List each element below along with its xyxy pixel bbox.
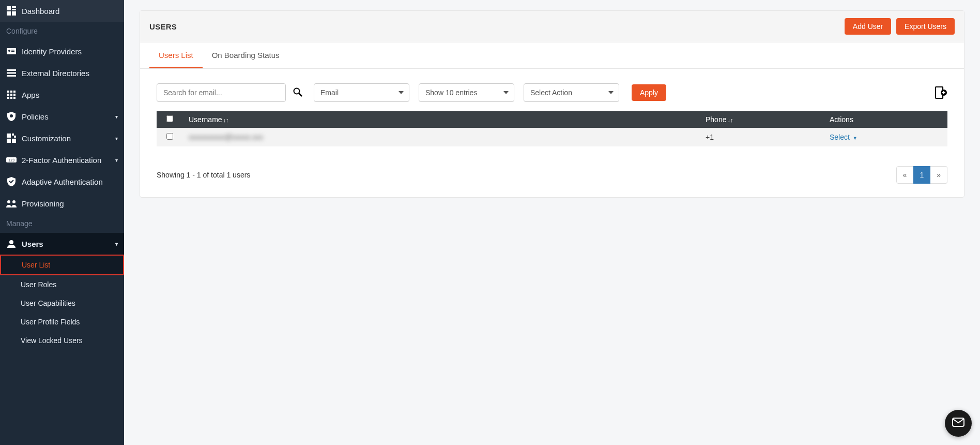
list-icon xyxy=(6,68,17,78)
svg-rect-1 xyxy=(12,6,16,8)
svg-rect-17 xyxy=(13,94,16,96)
sidebar-item-identity-providers[interactable]: Identity Providers xyxy=(0,40,124,62)
sidebar-subitem-user-profile-fields[interactable]: User Profile Fields xyxy=(0,313,124,331)
sidebar-item-label: Users xyxy=(22,240,43,248)
shield-icon xyxy=(6,111,17,122)
tab-users-list[interactable]: Users List xyxy=(149,42,203,68)
svg-point-31 xyxy=(9,240,13,244)
svg-rect-12 xyxy=(7,91,9,93)
export-users-button[interactable]: Export Users xyxy=(896,18,955,35)
page-prev[interactable]: « xyxy=(896,166,914,184)
add-page-icon[interactable] xyxy=(933,85,947,100)
table-header-row: Username↓↑ Phone↓↑ Actions xyxy=(157,111,947,128)
svg-point-29 xyxy=(7,200,10,203)
id-card-icon xyxy=(6,46,17,56)
svg-rect-0 xyxy=(7,6,11,10)
users-table: Username↓↑ Phone↓↑ Actions xyxy=(157,111,947,146)
page-next[interactable]: » xyxy=(930,166,947,184)
sidebar-item-label: Identity Providers xyxy=(22,47,82,56)
sidebar-item-adaptive-auth[interactable]: Adaptive Authentication xyxy=(0,171,124,192)
add-user-button[interactable]: Add User xyxy=(845,18,891,35)
search-wrap xyxy=(157,83,304,102)
sidebar-item-label: Apps xyxy=(22,91,39,99)
sidebar-item-dashboard[interactable]: Dashboard xyxy=(0,0,124,22)
sidebar-item-apps[interactable]: Apps xyxy=(0,84,124,106)
svg-rect-18 xyxy=(7,97,9,99)
action-select[interactable]: Select Action xyxy=(524,83,619,102)
svg-point-21 xyxy=(10,114,13,117)
sidebar-item-customization[interactable]: Customization ▾ xyxy=(0,127,124,149)
tabs: Users List On Boarding Status xyxy=(140,42,964,69)
card-header: USERS Add User Export Users xyxy=(140,11,964,42)
svg-rect-13 xyxy=(10,91,12,93)
sidebar-item-label: Provisioning xyxy=(22,199,64,208)
table-footer: Showing 1 - 1 of total 1 users « 1 » xyxy=(140,157,964,197)
sidebar-item-two-factor[interactable]: 123 2-Factor Authentication ▾ xyxy=(0,149,124,171)
sidebar-subitem-user-roles[interactable]: User Roles xyxy=(0,275,124,294)
svg-rect-23 xyxy=(12,134,14,136)
search-button[interactable] xyxy=(291,85,304,100)
users-card: USERS Add User Export Users Users List O… xyxy=(140,10,964,198)
actions-header: Actions xyxy=(823,111,947,128)
showing-text: Showing 1 - 1 of total 1 users xyxy=(157,171,250,179)
chevron-down-icon: ▾ xyxy=(115,157,118,163)
two-factor-icon: 123 xyxy=(6,155,17,165)
search-icon xyxy=(293,91,302,98)
sort-icon: ↓↑ xyxy=(727,117,733,123)
table-wrap: Username↓↑ Phone↓↑ Actions xyxy=(140,111,964,157)
sidebar-item-label: Customization xyxy=(22,134,71,143)
svg-rect-14 xyxy=(13,91,16,93)
sidebar: Dashboard Configure Identity Providers E… xyxy=(0,0,124,445)
search-input[interactable] xyxy=(157,83,286,102)
svg-point-6 xyxy=(8,50,10,52)
provisioning-icon xyxy=(6,198,17,209)
tab-onboarding-status[interactable]: On Boarding Status xyxy=(203,42,289,68)
sidebar-item-policies[interactable]: Policies ▾ xyxy=(0,106,124,127)
row-action-select[interactable]: Select ▼ xyxy=(830,133,858,141)
svg-rect-19 xyxy=(10,97,12,99)
chevron-down-icon: ▾ xyxy=(115,136,118,141)
svg-rect-10 xyxy=(7,72,16,74)
svg-rect-15 xyxy=(7,94,9,96)
sidebar-subitem-user-list[interactable]: User List xyxy=(0,255,124,275)
svg-text:123: 123 xyxy=(8,158,15,162)
svg-rect-9 xyxy=(7,69,16,71)
sidebar-subitem-user-capabilities[interactable]: User Capabilities xyxy=(0,294,124,313)
apps-grid-icon xyxy=(6,90,17,100)
row-select-cell xyxy=(157,128,182,146)
main-content: USERS Add User Export Users Users List O… xyxy=(124,0,980,445)
page-1[interactable]: 1 xyxy=(913,166,930,184)
verified-shield-icon xyxy=(6,176,17,187)
svg-rect-26 xyxy=(12,139,16,143)
select-all-checkbox[interactable] xyxy=(166,115,173,122)
svg-rect-7 xyxy=(11,50,14,51)
filter-row: Email Show 10 entries Select Action Appl… xyxy=(140,69,964,111)
sidebar-item-label: Adaptive Authentication xyxy=(22,177,103,186)
username-header[interactable]: Username↓↑ xyxy=(182,111,699,128)
svg-rect-24 xyxy=(14,136,16,138)
sidebar-subitem-view-locked-users[interactable]: View Locked Users xyxy=(0,331,124,350)
page-title: USERS xyxy=(149,22,177,31)
svg-rect-2 xyxy=(12,9,16,10)
table-row: xxxxxxxxxx@xxxxx.xxx +1 Select ▼ xyxy=(157,128,947,146)
svg-rect-8 xyxy=(11,51,14,52)
sidebar-item-label: 2-Factor Authentication xyxy=(22,156,101,165)
apply-button[interactable]: Apply xyxy=(632,84,666,101)
sidebar-item-external-directories[interactable]: External Directories xyxy=(0,62,124,84)
chevron-down-icon: ▾ xyxy=(115,241,118,247)
user-icon xyxy=(6,239,17,249)
sidebar-item-provisioning[interactable]: Provisioning xyxy=(0,192,124,214)
entries-select[interactable]: Show 10 entries xyxy=(419,83,514,102)
svg-rect-20 xyxy=(13,97,16,99)
chat-fab[interactable] xyxy=(945,410,972,437)
row-checkbox[interactable] xyxy=(166,133,173,140)
search-field-select[interactable]: Email xyxy=(314,83,409,102)
svg-rect-11 xyxy=(7,75,16,77)
phone-header[interactable]: Phone↓↑ xyxy=(699,111,823,128)
sidebar-item-users[interactable]: Users ▾ xyxy=(0,233,124,255)
svg-point-30 xyxy=(12,200,16,203)
svg-rect-25 xyxy=(7,139,11,143)
sort-icon: ↓↑ xyxy=(223,117,229,123)
svg-rect-3 xyxy=(7,11,11,16)
sidebar-item-label: Policies xyxy=(22,112,49,121)
